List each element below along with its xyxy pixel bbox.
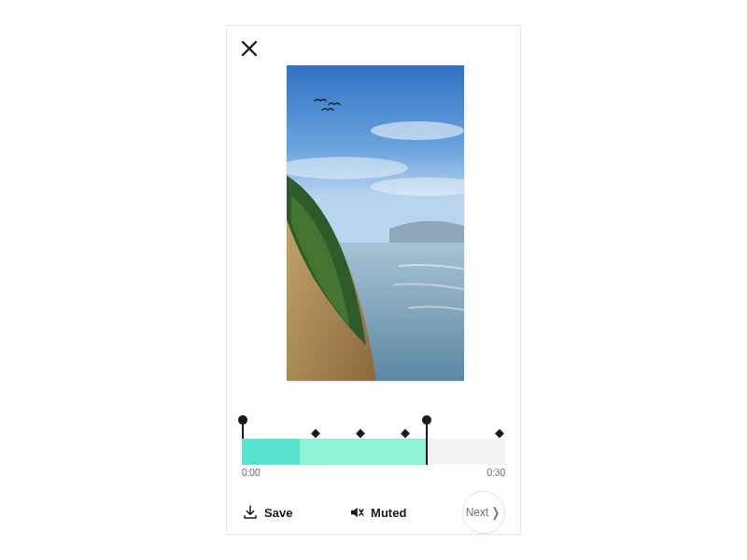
timeline-segment: [300, 439, 426, 465]
time-end-label: 0:30: [487, 468, 505, 478]
svg-point-1: [371, 121, 464, 140]
keyframe-marker[interactable]: [311, 429, 320, 439]
preview-image: [287, 65, 464, 381]
trim-handle-end[interactable]: [426, 420, 428, 439]
save-label: Save: [264, 506, 292, 520]
chevron-right-icon: ❭: [490, 505, 501, 521]
timeline-segment: [242, 439, 300, 465]
mute-label: Muted: [371, 506, 406, 520]
keyframe-marker[interactable]: [495, 429, 504, 439]
download-icon: [242, 504, 259, 521]
editor-panel: 0:00 0:30 Save Muted Next ❭: [226, 25, 521, 535]
close-button[interactable]: [238, 37, 261, 60]
next-label: Next: [466, 506, 489, 519]
trim-timeline[interactable]: 0:00 0:30: [242, 414, 505, 465]
timeline-track[interactable]: 0:00 0:30: [242, 439, 505, 465]
speaker-muted-icon: [348, 504, 365, 521]
bottom-toolbar: Save Muted Next ❭: [227, 491, 520, 534]
keyframe-marker[interactable]: [356, 429, 365, 439]
save-button[interactable]: Save: [242, 504, 292, 521]
mute-toggle[interactable]: Muted: [348, 504, 406, 521]
playhead[interactable]: [426, 439, 428, 465]
video-preview[interactable]: [287, 65, 464, 381]
next-button[interactable]: Next ❭: [462, 491, 505, 534]
close-icon: [238, 37, 261, 60]
keyframe-marker[interactable]: [401, 429, 410, 439]
time-start-label: 0:00: [242, 468, 260, 478]
trim-handle-start[interactable]: [242, 420, 244, 439]
